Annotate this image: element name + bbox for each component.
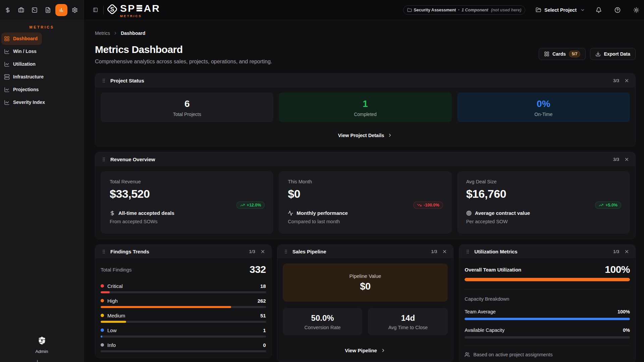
close-icon[interactable]	[624, 249, 629, 254]
top-bar: S SPAR METRICS Security Assessment • 1 C…	[0, 0, 644, 20]
metric-feature-row: Monthly performance	[288, 210, 443, 216]
stat-value: 0%	[537, 99, 550, 109]
close-icon[interactable]	[624, 78, 629, 83]
finding-progress-fill	[101, 336, 102, 338]
chevron-right-icon	[113, 31, 118, 36]
sales-pipeline-body: Pipeline Value $0 50.0% Conversion Rate …	[277, 258, 453, 362]
layout-grid-icon	[4, 36, 10, 42]
finding-row-low: Low 1	[101, 327, 266, 338]
section-card-count: 3/3	[613, 157, 619, 162]
sidebar-item-win-loss[interactable]: Win / Loss	[1, 45, 41, 58]
project-status-section: Project Status 3/3 6 Total Projects 1 Co…	[95, 73, 636, 146]
close-icon[interactable]	[260, 249, 265, 254]
section-title: Project Status	[110, 78, 613, 83]
findings-trends-header: Findings Trends 1/3	[95, 245, 271, 258]
drag-handle-icon[interactable]	[101, 157, 106, 162]
trending-up-icon	[599, 203, 603, 207]
sidebar-item-projections[interactable]: Projections	[1, 83, 43, 96]
rail-settings-button[interactable]	[69, 4, 81, 16]
finding-row-info: Info 0	[101, 342, 266, 352]
chart-line-icon	[4, 61, 10, 67]
chart-line-icon	[4, 100, 10, 105]
rail-documents-button[interactable]	[42, 4, 54, 16]
rail-finance-button[interactable]	[2, 4, 14, 16]
finding-row-header: High 262	[101, 297, 266, 304]
theme-toggle-button[interactable]	[631, 4, 642, 16]
spear-logo-icon: S	[106, 3, 118, 15]
briefcase-icon	[18, 7, 24, 13]
on-time-projects-card: 0% On-Time	[457, 93, 630, 122]
drag-handle-icon[interactable]	[101, 78, 106, 83]
layout-grid-icon	[544, 51, 549, 57]
available-capacity-row: Available Capacity 0%	[465, 327, 630, 333]
brand-logo[interactable]: S SPAR METRICS	[106, 2, 160, 18]
select-project-dropdown[interactable]: Select Project	[536, 7, 585, 13]
team-average-row: Team Average 100%	[465, 309, 630, 314]
stat-value: 14d	[401, 313, 415, 323]
revenue-overview-body: Total Revenue $33,520 +12.0% All-time ac…	[95, 166, 635, 239]
drag-handle-icon[interactable]	[101, 249, 106, 254]
dollar-sign-icon	[5, 7, 11, 13]
finding-label: Info	[107, 342, 263, 348]
brand-wordmark: SPAR	[120, 3, 160, 13]
close-icon[interactable]	[442, 249, 447, 254]
dollar-sign-icon	[110, 210, 115, 216]
severity-dot	[101, 343, 104, 347]
drag-handle-icon[interactable]	[283, 249, 288, 254]
cards-button[interactable]: Cards 5/7	[539, 48, 586, 60]
view-project-details-link[interactable]: View Project Details	[101, 129, 630, 141]
target-icon	[466, 210, 472, 216]
findings-total-row: Total Findings 332	[101, 263, 266, 276]
project-stats-grid: 6 Total Projects 1 Completed 0% On-Time	[101, 93, 630, 122]
sidebar-user[interactable]: Admin	[0, 336, 84, 354]
trend-value: +5.0%	[605, 203, 618, 207]
rail-terminal-button[interactable]	[29, 4, 41, 16]
utilization-metrics-body: Overall Team Utilization 100% Capacity B…	[459, 258, 635, 362]
file-text-icon	[45, 7, 51, 13]
sidebar-item-dashboard[interactable]: Dashboard	[1, 33, 42, 45]
finding-progress-fill	[101, 306, 231, 308]
finding-progress-track	[101, 321, 266, 323]
breadcrumb-root[interactable]: Metrics	[95, 31, 110, 36]
panel-left-icon	[93, 7, 98, 12]
findings-trends-body: Total Findings 332 Critical 18	[95, 258, 271, 358]
metric-subtext: From accepted SOWs	[110, 219, 265, 224]
help-circle-icon	[614, 7, 621, 13]
metric-value: $0	[288, 187, 443, 200]
view-pipeline-link[interactable]: View Pipeline	[283, 345, 448, 356]
sidebar-items: Dashboard Win / Loss Utilization Infrast…	[0, 33, 84, 109]
finding-progress-fill	[101, 291, 110, 293]
trend-badge: +12.0%	[236, 201, 265, 209]
sidebar-item-utilization[interactable]: Utilization	[1, 58, 40, 70]
sales-pipeline-header: Sales Pipeline 1/3	[277, 245, 453, 258]
activity-icon	[288, 210, 293, 216]
close-icon[interactable]	[624, 157, 629, 162]
page-title: Metrics Dashboard	[95, 43, 272, 56]
drag-handle-icon[interactable]	[465, 249, 470, 254]
help-button[interactable]	[612, 4, 623, 16]
conversion-rate-card: 50.0% Conversion Rate	[283, 308, 363, 335]
context-note: (not used here)	[491, 8, 521, 12]
sidebar-toggle-button[interactable]	[91, 5, 100, 15]
server-icon	[4, 74, 10, 80]
notifications-button[interactable]	[593, 4, 604, 16]
chevron-right-icon	[387, 133, 392, 138]
export-button-label: Export Data	[604, 51, 630, 57]
finding-row-high: High 262	[101, 297, 266, 308]
sidebar-bottom-clipped-element	[37, 360, 38, 362]
topbar-right: Security Assessment • 1 Component (not u…	[403, 0, 644, 20]
rail-metrics-button[interactable]	[55, 4, 67, 16]
pipeline-value-label: Pipeline Value	[350, 273, 381, 279]
project-context-pill[interactable]: Security Assessment • 1 Component (not u…	[403, 5, 526, 15]
brand-text: SPAR METRICS	[120, 2, 160, 18]
revenue-overview-section: Revenue Overview 3/3 Total Revenue $33,5…	[95, 152, 636, 239]
trend-badge: +5.0%	[595, 201, 621, 209]
trend-value: -100.0%	[424, 203, 439, 207]
export-data-button[interactable]: Export Data	[590, 48, 636, 60]
cards-count-badge: 5/7	[569, 51, 581, 57]
severity-dot	[101, 284, 104, 288]
rail-projects-button[interactable]	[15, 4, 27, 16]
sidebar-item-infrastructure[interactable]: Infrastructure	[1, 71, 48, 83]
findings-total-label: Total Findings	[101, 267, 132, 273]
sidebar-item-severity-index[interactable]: Severity Index	[1, 96, 49, 109]
